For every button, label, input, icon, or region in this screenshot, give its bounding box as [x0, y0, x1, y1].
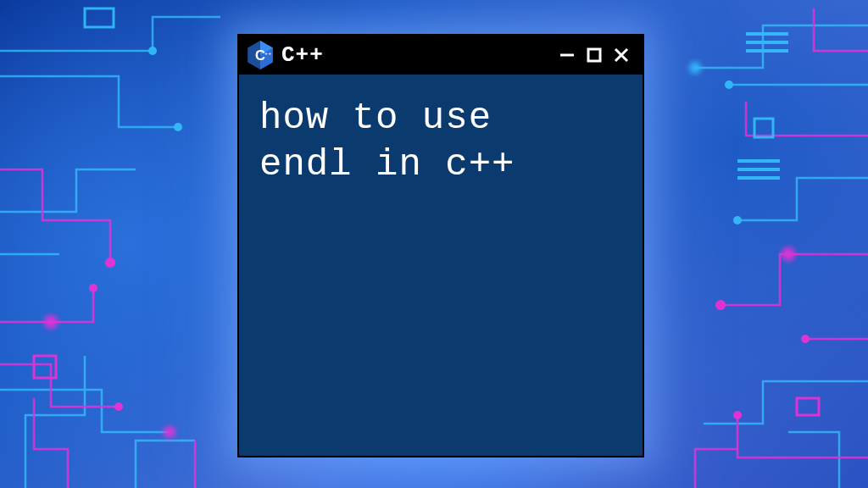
content-line-1: how to use: [259, 95, 622, 141]
svg-point-9: [733, 411, 742, 419]
svg-rect-13: [797, 398, 819, 415]
svg-text:+: +: [269, 51, 272, 56]
minimize-button[interactable]: [558, 46, 576, 64]
svg-rect-10: [34, 356, 56, 378]
window-controls: [558, 46, 631, 64]
svg-point-7: [715, 300, 726, 310]
svg-point-21: [164, 426, 175, 438]
terminal-window: C + + C++ how to use endl in c++: [237, 34, 644, 458]
svg-rect-12: [85, 8, 114, 27]
titlebar[interactable]: C + + C++: [239, 36, 643, 75]
svg-point-2: [105, 258, 115, 268]
svg-point-0: [148, 47, 157, 55]
svg-text:C: C: [255, 47, 265, 64]
svg-point-4: [114, 402, 123, 411]
svg-point-8: [801, 335, 810, 343]
svg-point-6: [733, 216, 742, 225]
window-title: C++: [281, 42, 549, 68]
svg-rect-11: [754, 119, 773, 137]
close-button[interactable]: [612, 46, 631, 64]
svg-point-3: [89, 284, 97, 292]
svg-text:+: +: [264, 51, 268, 56]
svg-point-23: [689, 62, 701, 74]
svg-point-1: [174, 123, 182, 131]
svg-point-20: [44, 315, 58, 329]
svg-point-5: [725, 80, 733, 89]
maximize-button[interactable]: [585, 46, 604, 64]
svg-point-22: [782, 247, 795, 261]
terminal-content: how to use endl in c++: [239, 75, 643, 208]
svg-rect-31: [588, 49, 600, 61]
cpp-logo-icon: C + +: [248, 41, 273, 69]
content-line-2: endl in c++: [259, 141, 622, 188]
